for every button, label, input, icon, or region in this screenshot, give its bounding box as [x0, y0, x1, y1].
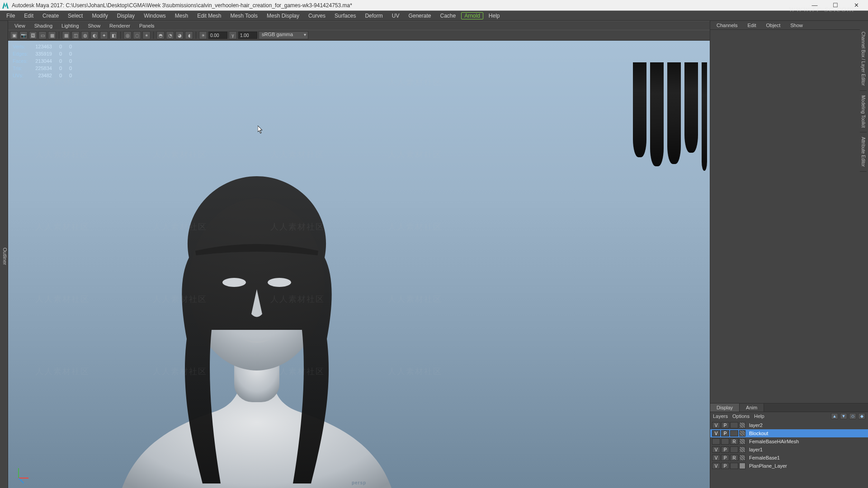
- menu-edit[interactable]: Edit: [20, 12, 37, 20]
- shaded-icon[interactable]: ◍: [81, 31, 89, 39]
- menu-surfaces[interactable]: Surfaces: [331, 12, 359, 20]
- layer-display-type-toggle[interactable]: [730, 430, 738, 436]
- select-camera-icon[interactable]: ▣: [10, 31, 18, 39]
- grid-icon[interactable]: ▦: [62, 31, 70, 39]
- menu-deform[interactable]: Deform: [361, 12, 386, 20]
- layer-row[interactable]: VPBlockout: [710, 429, 868, 437]
- layer-menu-layers[interactable]: Layers: [713, 413, 728, 419]
- dock-tab-modeling-toolkit[interactable]: Modeling Toolkit: [860, 91, 867, 133]
- panel-menu-lighting[interactable]: Lighting: [58, 23, 83, 29]
- layer-move-down-icon[interactable]: ▼: [840, 413, 847, 419]
- menu-mesh-display[interactable]: Mesh Display: [263, 12, 303, 20]
- menu-curves[interactable]: Curves: [305, 12, 329, 20]
- tab-display[interactable]: Display: [710, 404, 740, 412]
- layer-color-swatch[interactable]: [739, 430, 745, 436]
- multisample-icon[interactable]: ◕: [175, 31, 184, 39]
- gamma-field[interactable]: [238, 32, 257, 39]
- layer-row[interactable]: VPPlanPlane_Layer: [710, 462, 868, 470]
- gamma-icon[interactable]: γ: [229, 31, 237, 39]
- layer-row[interactable]: RFemaleBaseHAirMesh: [710, 437, 868, 446]
- menu-display[interactable]: Display: [113, 12, 138, 20]
- panel-menu-view[interactable]: View: [11, 23, 29, 29]
- layer-display-type-toggle[interactable]: [730, 422, 738, 428]
- layer-visibility-toggle[interactable]: V: [712, 430, 720, 436]
- panel-menu-shading[interactable]: Shading: [31, 23, 56, 29]
- perspective-viewport[interactable]: Verts:12346300Edges:33591900Faces:213044…: [8, 41, 710, 488]
- layer-visibility-toggle[interactable]: V: [712, 455, 720, 461]
- color-management-dropdown[interactable]: sRGB gamma: [259, 31, 308, 39]
- new-empty-layer-icon[interactable]: ◇: [849, 413, 856, 419]
- layer-playback-toggle[interactable]: P: [721, 455, 729, 461]
- exposure-icon[interactable]: ☀: [199, 31, 207, 39]
- menu-select[interactable]: Select: [64, 12, 86, 20]
- bookmark-icon[interactable]: 📷: [19, 31, 28, 39]
- layer-color-swatch[interactable]: [739, 463, 745, 469]
- motion-blur-icon[interactable]: ◔: [166, 31, 174, 39]
- layer-visibility-toggle[interactable]: V: [712, 463, 720, 469]
- layer-display-type-toggle[interactable]: R: [730, 455, 738, 461]
- menu-file[interactable]: File: [3, 12, 19, 20]
- new-layer-from-selected-icon[interactable]: ◆: [858, 413, 865, 419]
- tab-anim[interactable]: Anim: [740, 404, 764, 412]
- layer-playback-toggle[interactable]: [721, 438, 729, 445]
- panel-menu-show[interactable]: Show: [85, 23, 104, 29]
- dof-icon[interactable]: ◖: [185, 31, 193, 39]
- ao-icon[interactable]: ◓: [156, 31, 165, 39]
- layer-visibility-toggle[interactable]: V: [712, 446, 720, 453]
- layer-playback-toggle[interactable]: P: [721, 463, 729, 469]
- isolate-icon[interactable]: ◎: [123, 31, 132, 39]
- menu-cache[interactable]: Cache: [436, 12, 459, 20]
- panel-menu-panels[interactable]: Panels: [136, 23, 158, 29]
- xray-joints-icon[interactable]: ✶: [142, 31, 151, 39]
- panel-menu-renderer[interactable]: Renderer: [106, 23, 134, 29]
- layer-display-type-toggle[interactable]: R: [730, 438, 738, 445]
- channel-menu-edit[interactable]: Edit: [744, 22, 760, 28]
- menu-generate[interactable]: Generate: [405, 12, 434, 20]
- menu-mesh-tools[interactable]: Mesh Tools: [227, 12, 261, 20]
- lights-icon[interactable]: ✦: [100, 31, 108, 39]
- layer-row[interactable]: VPlayer2: [710, 421, 868, 429]
- menu-uv[interactable]: UV: [388, 12, 403, 20]
- channel-menu-object[interactable]: Object: [762, 22, 784, 28]
- layer-visibility-toggle[interactable]: [712, 438, 720, 445]
- window-maximize-button[interactable]: ☐: [826, 1, 845, 10]
- menu-create[interactable]: Create: [39, 12, 62, 20]
- layer-row[interactable]: VPRFemaleBase1: [710, 454, 868, 462]
- layer-menu-options[interactable]: Options: [732, 413, 750, 419]
- outliner-collapsed-tab[interactable]: Outliner: [0, 21, 8, 488]
- dock-tab-attribute-editor[interactable]: Attribute Editor: [860, 132, 867, 172]
- window-close-button[interactable]: ✕: [846, 1, 866, 10]
- layer-color-swatch[interactable]: [739, 422, 745, 428]
- menu-mesh[interactable]: Mesh: [171, 12, 192, 20]
- dock-tab-channel-box-layer-editor[interactable]: Channel Box / Layer Editor: [860, 27, 867, 91]
- watermark-tile: 人人素材社区: [270, 77, 325, 88]
- film-gate-icon[interactable]: ▭: [38, 31, 47, 39]
- layer-visibility-toggle[interactable]: V: [712, 422, 720, 428]
- image-plane-icon[interactable]: 🖼: [29, 31, 37, 39]
- shadows-icon[interactable]: ◧: [109, 31, 118, 39]
- layer-color-swatch[interactable]: [739, 446, 745, 453]
- layer-move-up-icon[interactable]: ▲: [831, 413, 838, 419]
- channel-menu-channels[interactable]: Channels: [713, 22, 741, 28]
- layer-color-swatch[interactable]: [739, 455, 745, 461]
- layer-row[interactable]: VPlayer1: [710, 446, 868, 454]
- layer-playback-toggle[interactable]: P: [721, 446, 729, 453]
- channel-menu-show[interactable]: Show: [787, 22, 807, 28]
- layer-color-swatch[interactable]: [739, 438, 745, 445]
- layer-display-type-toggle[interactable]: [730, 463, 738, 469]
- wireframe-icon[interactable]: ◫: [71, 31, 80, 39]
- menu-modify[interactable]: Modify: [88, 12, 111, 20]
- textured-icon[interactable]: ◐: [90, 31, 99, 39]
- window-minimize-button[interactable]: —: [805, 1, 825, 10]
- layer-menu-help[interactable]: Help: [754, 413, 764, 419]
- layer-playback-toggle[interactable]: P: [721, 430, 729, 436]
- layer-display-type-toggle[interactable]: [730, 446, 738, 453]
- resolution-gate-icon[interactable]: ▦: [48, 31, 56, 39]
- menu-windows[interactable]: Windows: [140, 12, 170, 20]
- menu-help[interactable]: Help: [485, 12, 504, 20]
- menu-arnold[interactable]: Arnold: [461, 12, 483, 19]
- exposure-field[interactable]: [208, 32, 227, 39]
- xray-icon[interactable]: ◌: [133, 31, 141, 39]
- menu-edit-mesh[interactable]: Edit Mesh: [193, 12, 225, 20]
- layer-playback-toggle[interactable]: P: [721, 422, 729, 428]
